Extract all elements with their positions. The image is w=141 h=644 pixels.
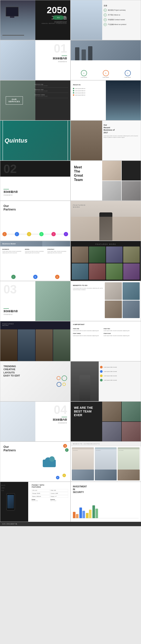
recent-title: OurRecentBusiness of2017 bbox=[104, 124, 139, 134]
section01-subtitle: 添加副标题内容 bbox=[53, 61, 67, 63]
bullet-1: Lorem ipsum dolor sit bbox=[73, 88, 104, 89]
cover-bg-image bbox=[0, 0, 35, 40]
slide-services: OURSERVICES SERVICE ONE Lorem ipsum dolo… bbox=[0, 80, 70, 120]
toc-item-3: 03 市场调查 Conduct market bbox=[104, 18, 139, 21]
slide-business-model: Business Model BUSINESS Lorem ipsum dolo… bbox=[0, 241, 70, 281]
tl-dot-2 bbox=[100, 370, 102, 373]
bm-icon-1: ✓ bbox=[11, 275, 16, 279]
grid-item-4 bbox=[123, 246, 140, 263]
bm-icon-2: ★ bbox=[33, 275, 38, 279]
team-photo-1 bbox=[102, 161, 121, 180]
tl-dot-4 bbox=[100, 379, 102, 382]
partner-dot-1: P bbox=[2, 232, 7, 236]
section02-subtitle: 添加副标题内容 bbox=[4, 194, 18, 196]
slide-team: MeetTheGreatTeam bbox=[70, 160, 141, 201]
team-img-1 bbox=[102, 402, 121, 422]
partner-dot-4: P bbox=[39, 232, 44, 236]
fd-photo-4 bbox=[53, 330, 70, 361]
tl-item-4: Lorem ipsum dolor sit amet bbox=[100, 379, 138, 382]
slide-partners-1: OurPartners P P P P P P bbox=[0, 201, 70, 241]
team-photo-4 bbox=[122, 181, 141, 201]
city-bullets: Lorem ipsum dolor sit Lorem ipsum dolor … bbox=[73, 88, 104, 96]
bar-1b bbox=[76, 514, 78, 518]
cover-subtitle1: POWERPOINT bbox=[42, 21, 67, 23]
grid-item-5 bbox=[72, 264, 88, 280]
bullet-3: Lorem ipsum dolor sit bbox=[73, 92, 104, 94]
section03-num: 03 bbox=[4, 284, 17, 295]
trending-circles-row1 bbox=[56, 376, 67, 381]
cover-content: 2050 工作报告 POWERPOINT ANNUAL REPORT POWER… bbox=[42, 6, 67, 24]
imp-item-4: ITEM FOUR Lorem ipsum dolor sit amet con… bbox=[104, 333, 133, 336]
section02-content: 添加标题内容 添加副标题内容 bbox=[4, 189, 18, 196]
ws-header: WEBSITE SCREENSHOTS bbox=[71, 442, 141, 446]
partner-dot-2: P bbox=[15, 232, 19, 236]
phone-spec-battery: Battery: 2900mAh bbox=[32, 495, 50, 498]
section02-divider bbox=[4, 189, 9, 190]
grid-item-7 bbox=[106, 264, 122, 280]
phone-screen bbox=[8, 495, 14, 508]
bm-col-text-1: Lorem ipsum dolor sit amet consectetur a… bbox=[2, 250, 23, 254]
connector-3 bbox=[31, 234, 39, 234]
cloud-icon-4: P bbox=[56, 476, 60, 479]
cover-subtitle2: ANNUAL REPORT POWERPOINT bbox=[42, 23, 67, 24]
section03-right-bg bbox=[35, 281, 70, 321]
bar-group-4 bbox=[92, 505, 98, 518]
quintus-line-left bbox=[2, 121, 3, 160]
bar-group-1 bbox=[73, 512, 78, 518]
person-silhouette-3 bbox=[88, 46, 92, 60]
bm-col-title-3: STRATEGY bbox=[47, 249, 68, 250]
stat-3: C Lorem ipsum bbox=[124, 70, 131, 78]
benefits-photo-3 bbox=[105, 300, 122, 318]
circle-blue bbox=[56, 382, 62, 387]
slide-featured-dark-photos: FEATUREDWORK bbox=[0, 321, 70, 361]
slide-recent: OurRecentBusiness of2017 Lorem ipsum dol… bbox=[70, 120, 141, 160]
bm-col-text-3: Lorem ipsum dolor sit amet consectetur a… bbox=[47, 250, 68, 254]
monitor-icon bbox=[6, 7, 19, 16]
toc-bg-image bbox=[71, 0, 102, 40]
city-photo bbox=[106, 80, 141, 120]
slide-featured-work-dark: FEATURED WORK bbox=[70, 241, 141, 281]
bm-col-title-1: BUSINESS bbox=[2, 249, 23, 250]
slide-section-02: 02 添加标题内容 添加副标题内容 bbox=[0, 160, 70, 201]
partners1-row: P P P P P P bbox=[2, 232, 68, 236]
service-item-1: SERVICE ONE Lorem ipsum dolor sit amet bbox=[34, 84, 68, 88]
ws-photo-2 bbox=[95, 470, 117, 480]
fd-photo-3 bbox=[36, 330, 53, 361]
bar-4a bbox=[92, 505, 95, 518]
slide-toc: 目录 01 项目报告 Project summary 02 关于我们 About… bbox=[70, 0, 141, 40]
section04-divider bbox=[62, 417, 67, 417]
circle-orange bbox=[56, 376, 60, 380]
stat-circle-3: C bbox=[125, 70, 131, 76]
phone-right-content: PHONE 7 WITHFEATURES CPU: A10 RAM: 3GB S… bbox=[32, 484, 68, 501]
imp-text-3: Lorem ipsum dolor sit amet consectetur a… bbox=[73, 335, 102, 336]
imp-text-1: Lorem ipsum dolor sit amet consectetur a… bbox=[73, 330, 102, 332]
section04-subtitle: 添加副标题内容 bbox=[53, 422, 67, 424]
recent-text: Lorem ipsum dolor sit amet, consectetur … bbox=[104, 135, 139, 138]
bar-1a bbox=[73, 512, 76, 518]
imp-item-2: ITEM TWO Lorem ipsum dolor sit amet cons… bbox=[104, 328, 133, 332]
screen-bar-3 bbox=[118, 448, 140, 449]
benefits-title: BENEFITS TO DO bbox=[73, 284, 104, 286]
services-box: OURSERVICES bbox=[6, 96, 23, 104]
phone-spec-cpu: CPU: A10 bbox=[32, 489, 50, 492]
ws-photo-1 bbox=[72, 470, 94, 480]
stat-circle-1: A bbox=[81, 70, 87, 76]
phone-col1-text: Aluminum body bbox=[32, 500, 49, 501]
slide-section-03: 03 添加标题内容 添加副标题内容 bbox=[0, 281, 70, 321]
phone-mockup bbox=[6, 493, 15, 510]
partners-cloud-title: OurPartners bbox=[4, 445, 16, 452]
city-title: About Us bbox=[73, 84, 104, 86]
bar-3b bbox=[89, 510, 92, 518]
bm-content: BUSINESS Lorem ipsum dolor sit amet cons… bbox=[2, 249, 68, 254]
benefits-photos bbox=[105, 282, 140, 318]
phone-col-1: Design Aluminum body bbox=[32, 499, 49, 501]
connector-2 bbox=[19, 234, 27, 234]
ws-photo-3 bbox=[118, 470, 140, 480]
stat-circle-2: B bbox=[103, 70, 109, 76]
bm-col-3: STRATEGY Lorem ipsum dolor sit amet cons… bbox=[47, 249, 68, 254]
slide-quintus: Quintus bbox=[0, 120, 70, 160]
stat-2: B Lorem ipsum bbox=[102, 70, 109, 78]
grid-item-3 bbox=[106, 246, 122, 263]
cloud-shape bbox=[40, 456, 58, 467]
city-content: About Us Lorem ipsum dolor sit Lorem ips… bbox=[73, 84, 104, 96]
